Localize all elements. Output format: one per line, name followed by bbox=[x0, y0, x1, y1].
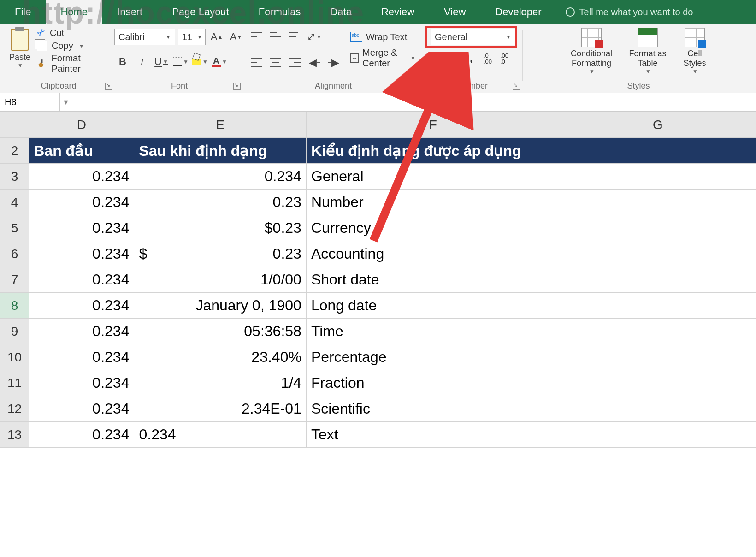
row-header[interactable]: 12 bbox=[0, 396, 29, 422]
fill-color-button[interactable]: ▼ bbox=[192, 53, 208, 70]
spreadsheet-grid[interactable]: D E F G 2 Ban đầu Sau khi định dạng Kiểu… bbox=[0, 112, 756, 448]
cell[interactable]: 0.234 bbox=[29, 293, 134, 319]
cell[interactable]: Text bbox=[306, 422, 560, 448]
cell[interactable]: Time bbox=[306, 319, 560, 344]
cell[interactable]: 2.34E-01 bbox=[134, 396, 306, 422]
cell[interactable]: 0.23 bbox=[134, 190, 306, 215]
cell[interactable]: 0.234 bbox=[29, 319, 134, 344]
cell[interactable]: General bbox=[306, 164, 560, 190]
align-left-button[interactable] bbox=[248, 54, 265, 71]
cut-button[interactable]: ✂Cut bbox=[37, 27, 111, 39]
cell[interactable] bbox=[560, 215, 756, 241]
row-header[interactable]: 13 bbox=[0, 422, 29, 448]
row-header[interactable]: 3 bbox=[0, 164, 29, 190]
cell[interactable]: Number bbox=[306, 190, 560, 215]
font-size-combo[interactable]: 11▼ bbox=[178, 29, 206, 45]
cell[interactable]: Short date bbox=[306, 267, 560, 293]
cell[interactable] bbox=[560, 241, 756, 267]
select-all-corner[interactable] bbox=[0, 112, 29, 138]
orientation-button[interactable]: ⤢▼ bbox=[306, 29, 323, 45]
increase-indent-button[interactable]: ▶ bbox=[325, 54, 342, 71]
cell[interactable]: Long date bbox=[306, 293, 560, 319]
cell[interactable] bbox=[560, 422, 756, 448]
tab-review[interactable]: Review bbox=[366, 0, 429, 24]
cell[interactable]: 0.234 bbox=[29, 370, 134, 396]
row-header[interactable]: 4 bbox=[0, 190, 29, 215]
conditional-formatting-button[interactable]: Conditional Formatting▼ bbox=[562, 28, 620, 75]
cell[interactable] bbox=[560, 164, 756, 190]
row-header[interactable]: 11 bbox=[0, 370, 29, 396]
number-dialog-launcher[interactable] bbox=[513, 83, 520, 90]
tab-developer[interactable]: Developer bbox=[480, 0, 556, 24]
cell[interactable]: 0.234 bbox=[29, 164, 134, 190]
row-header[interactable]: 8 bbox=[0, 293, 29, 319]
column-header-G[interactable]: G bbox=[560, 112, 756, 138]
cell[interactable] bbox=[560, 190, 756, 215]
cell[interactable]: Accounting bbox=[306, 241, 560, 267]
header-cell[interactable]: Sau khi định dạng bbox=[134, 138, 306, 164]
font-dialog-launcher[interactable] bbox=[233, 83, 241, 90]
cell[interactable]: 0.234 bbox=[134, 164, 306, 190]
row-header[interactable]: 10 bbox=[0, 344, 29, 370]
cell[interactable]: 0.234 bbox=[29, 344, 134, 370]
cell[interactable]: Percentage bbox=[306, 344, 560, 370]
cell[interactable] bbox=[560, 370, 756, 396]
decrease-font-button[interactable]: A▼ bbox=[228, 29, 244, 45]
row-header[interactable]: 9 bbox=[0, 319, 29, 344]
cell[interactable]: 0.234 bbox=[29, 267, 134, 293]
align-bottom-button[interactable] bbox=[287, 29, 303, 45]
decrease-decimal-button[interactable]: .00.0 bbox=[497, 51, 512, 66]
wrap-text-button[interactable]: Wrap Text bbox=[348, 29, 419, 45]
cell-styles-button[interactable]: Cell Styles▼ bbox=[675, 28, 715, 75]
cell[interactable] bbox=[560, 267, 756, 293]
cell[interactable]: Fraction bbox=[306, 370, 560, 396]
header-cell[interactable]: Ban đầu bbox=[29, 138, 134, 164]
tab-insert[interactable]: Insert bbox=[102, 0, 157, 24]
column-header-D[interactable]: D bbox=[29, 112, 134, 138]
cell[interactable]: 05:36:58 bbox=[134, 319, 306, 344]
italic-button[interactable]: I bbox=[134, 53, 150, 70]
header-cell[interactable] bbox=[560, 138, 756, 164]
name-box-dropdown[interactable]: ▼ bbox=[60, 98, 72, 107]
paste-button[interactable]: Paste ▼ bbox=[6, 27, 33, 71]
column-header-E[interactable]: E bbox=[134, 112, 306, 138]
underline-button[interactable]: U▼ bbox=[153, 53, 170, 70]
cell[interactable]: 0.234 bbox=[134, 422, 306, 448]
tab-page-layout[interactable]: Page Layout bbox=[157, 0, 244, 24]
row-header[interactable]: 6 bbox=[0, 241, 29, 267]
cell[interactable]: January 0, 1900 bbox=[134, 293, 306, 319]
cell[interactable]: 0.234 bbox=[29, 215, 134, 241]
header-cell[interactable]: Kiểu định dạng được áp dụng bbox=[306, 138, 560, 164]
format-painter-button[interactable]: Format Painter bbox=[37, 53, 111, 74]
cell[interactable]: 1/0/00 bbox=[134, 267, 306, 293]
tab-view[interactable]: View bbox=[429, 0, 480, 24]
row-header[interactable]: 5 bbox=[0, 215, 29, 241]
cell[interactable]: 0.234 bbox=[29, 241, 134, 267]
cell[interactable]: 0.234 bbox=[29, 190, 134, 215]
format-as-table-button[interactable]: Format as Table▼ bbox=[623, 28, 672, 75]
align-top-button[interactable] bbox=[248, 29, 265, 45]
cell[interactable] bbox=[560, 396, 756, 422]
row-header[interactable]: 2 bbox=[0, 138, 29, 164]
cell[interactable]: Scientific bbox=[306, 396, 560, 422]
comma-format-button[interactable]: , bbox=[464, 51, 478, 66]
increase-font-button[interactable]: A▲ bbox=[208, 29, 225, 45]
bold-button[interactable]: B bbox=[114, 53, 131, 70]
cell[interactable]: 1/4 bbox=[134, 370, 306, 396]
font-color-button[interactable]: A▼ bbox=[211, 53, 228, 70]
decrease-indent-button[interactable]: ◀ bbox=[306, 54, 323, 71]
number-format-combo[interactable]: General▼ bbox=[431, 29, 515, 45]
tell-me-search[interactable]: Tell me what you want to do bbox=[556, 0, 703, 24]
tab-home[interactable]: Home bbox=[46, 0, 102, 24]
clipboard-dialog-launcher[interactable] bbox=[105, 83, 112, 90]
font-name-combo[interactable]: Calibri▼ bbox=[114, 29, 175, 45]
column-header-F[interactable]: F bbox=[306, 112, 560, 138]
cell[interactable] bbox=[560, 293, 756, 319]
cell[interactable] bbox=[560, 344, 756, 370]
percent-format-button[interactable]: % bbox=[447, 51, 462, 66]
cell[interactable]: $0.23 bbox=[134, 241, 306, 267]
borders-button[interactable]: ▼ bbox=[172, 53, 189, 70]
align-center-button[interactable] bbox=[267, 54, 284, 71]
cell[interactable] bbox=[560, 319, 756, 344]
tab-file[interactable]: File bbox=[0, 0, 46, 24]
